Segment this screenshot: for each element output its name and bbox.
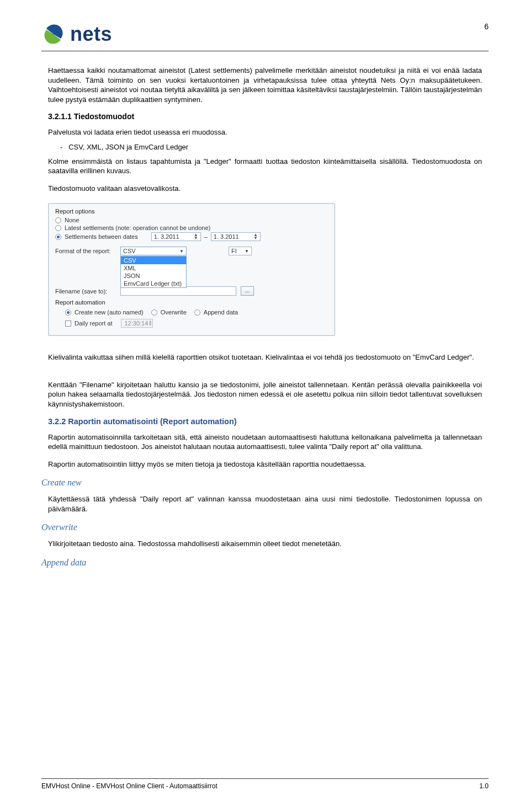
paragraph: Kenttään "Filename" kirjoitetaan haluttu… (48, 380, 482, 409)
subheading-append-data: Append data (41, 558, 482, 568)
subheading-overwrite: Overwrite (41, 522, 482, 532)
chevron-down-icon: ▼ (179, 249, 184, 254)
radio-between-dates[interactable]: Settlements between dates 1. 3.2011 ▲▼ –… (55, 232, 328, 241)
embedded-screenshot: Report options None Latest settlements (… (48, 203, 482, 336)
report-options-panel: Report options None Latest settlements (… (48, 203, 335, 336)
spinner-icon: ▲▼ (194, 233, 198, 240)
radio-label: Append data (204, 309, 238, 316)
radio-label: Settlements between dates (65, 233, 138, 240)
list-item: - CSV, XML, JSON ja EmvCard Ledger (60, 143, 482, 151)
format-combo-dropdown: CSV XML JSON EmvCard Ledger (txt) (120, 256, 187, 288)
date-to-input[interactable]: 1. 3.2011 ▲▼ (211, 232, 261, 241)
paragraph: Raportin automatisoinnilla tarkoitetaan … (48, 432, 482, 452)
combo-value: FI (231, 248, 237, 254)
date-from-input[interactable]: 1. 3.2011 ▲▼ (151, 232, 201, 241)
date-separator: – (204, 233, 208, 240)
logo-text: nets (70, 24, 112, 44)
logo: nets (41, 22, 112, 46)
radio-icon (55, 234, 61, 240)
radio-create-new[interactable]: Create new (auto named) (65, 309, 144, 316)
browse-button[interactable]: ... (241, 286, 254, 296)
combo-option[interactable]: XML (121, 264, 186, 272)
combo-value: CSV (123, 248, 136, 254)
time-input[interactable]: 12:30:14 ▲▼ (121, 319, 153, 328)
radio-label: Create new (auto named) (75, 309, 144, 316)
paragraph: Haettaessa kaikki noutamattomat aineisto… (48, 66, 482, 104)
spinner-icon: ▲▼ (148, 320, 152, 327)
document-content: Haettaessa kaikki noutamattomat aineisto… (41, 66, 489, 568)
combo-option[interactable]: JSON (121, 272, 186, 280)
paragraph: Ylikirjoitetaan tiedosto aina. Tiedostos… (48, 539, 482, 549)
paragraph: Tiedostomuoto valitaan alasvetovalikosta… (48, 184, 482, 194)
paragraph: Kolme ensimmäistä on listaus tapahtumist… (48, 157, 482, 176)
subheading-create-new: Create new (41, 478, 482, 488)
date-value: 1. 3.2011 (154, 233, 179, 240)
spinner-icon: ▲▼ (253, 233, 258, 240)
chevron-down-icon: ▼ (245, 249, 249, 254)
radio-icon (55, 225, 61, 231)
page-footer: EMVHost Online - EMVHost Online Client -… (41, 778, 489, 790)
radio-label: Latest settlements (note: operation cann… (65, 225, 210, 231)
group-title-automation: Report automation (55, 299, 328, 306)
format-label: Format of the report: (55, 248, 116, 254)
radio-icon (65, 309, 71, 316)
group-title: Report options (55, 208, 328, 215)
radio-icon (55, 217, 61, 223)
footer-left: EMVHost Online - EMVHost Online Client -… (41, 782, 218, 790)
format-combo[interactable]: CSV ▼ CSV XML JSON EmvCard Ledger (txt) (120, 247, 187, 255)
radio-append-data[interactable]: Append data (194, 309, 238, 316)
section-heading-tiedostomuodot: 3.2.1.1 Tiedostomuodot (48, 112, 482, 121)
filename-label: Filename (save to): (55, 288, 116, 295)
radio-label: None (65, 217, 79, 223)
paragraph: Palvelusta voi ladata erien tiedot useas… (48, 127, 482, 137)
paragraph: Raportin automatisointiin liittyy myös s… (48, 460, 482, 469)
combo-option[interactable]: CSV (121, 257, 186, 264)
list-text: CSV, XML, JSON ja EmvCard Ledger (68, 143, 188, 151)
paragraph: Kielivalinta vaikuttaa siihen millä kiel… (48, 352, 482, 362)
footer-right: 1.0 (479, 782, 489, 790)
radio-none[interactable]: None (55, 217, 328, 223)
radio-overwrite[interactable]: Overwrite (151, 309, 187, 316)
logo-mark-icon (41, 22, 66, 46)
checkbox-label: Daily report at (75, 320, 112, 327)
radio-label: Overwrite (161, 309, 187, 316)
radio-icon (194, 309, 200, 316)
combo-option[interactable]: EmvCard Ledger (txt) (121, 280, 186, 287)
daily-report-checkbox[interactable] (65, 320, 71, 327)
section-heading-automation: 3.2.2 Raportin automatisointi (Report au… (48, 417, 482, 426)
paragraph: Käytettäessä tätä yhdessä "Daily report … (48, 494, 482, 514)
time-value: 12:30:14 (124, 320, 148, 327)
language-combo[interactable]: FI ▼ (229, 247, 252, 255)
page-number: 6 (484, 22, 489, 31)
radio-latest-settlements[interactable]: Latest settlements (note: operation cann… (55, 225, 328, 231)
radio-icon (151, 309, 157, 316)
daily-report-row: Daily report at 12:30:14 ▲▼ (65, 319, 328, 328)
page-header: nets 6 (41, 22, 489, 51)
date-value: 1. 3.2011 (214, 233, 239, 240)
